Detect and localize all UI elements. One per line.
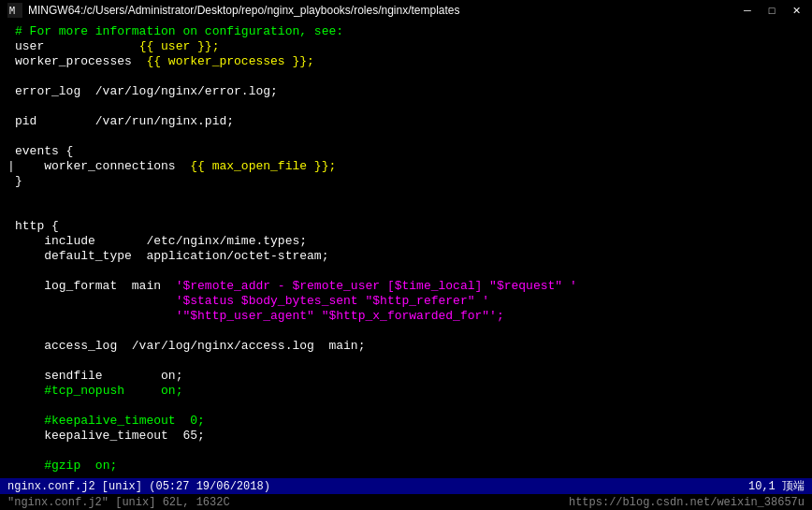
code-line: # For more information on configuration,… — [0, 24, 812, 39]
code-token: keepalive_timeout 65; — [15, 429, 205, 444]
line-gutter — [7, 234, 13, 249]
code-line — [0, 99, 812, 114]
code-line: access_log /var/log/nginx/access.log mai… — [0, 339, 812, 354]
code-line: events { — [0, 144, 812, 159]
code-token: {{ worker_processes }}; — [146, 54, 313, 69]
line-gutter — [7, 114, 13, 129]
line-gutter — [7, 429, 13, 444]
line-gutter — [7, 444, 13, 459]
code-line — [0, 474, 812, 478]
status-bar-2: "nginx.conf.j2" [unix] 62L, 1632C https:… — [0, 494, 812, 510]
code-token: {{ user }}; — [139, 39, 220, 54]
code-token: include /etc/nginx/mime.types; — [15, 234, 307, 249]
code-token: default_type application/octet-stream; — [15, 249, 328, 264]
code-token: events { — [15, 144, 73, 159]
code-line: log_format main '$remote_addr - $remote_… — [0, 279, 812, 294]
titlebar: M MINGW64:/c/Users/Administrator/Desktop… — [0, 0, 812, 21]
line-gutter — [7, 279, 13, 294]
code-token: log_format main — [15, 279, 176, 294]
code-line — [0, 204, 812, 219]
code-line: keepalive_timeout 65; — [0, 429, 812, 444]
code-line: worker_processes {{ worker_processes }}; — [0, 54, 812, 69]
code-token — [15, 384, 44, 399]
line-gutter — [7, 54, 13, 69]
cursor-position: 10,1 顶端 — [748, 478, 805, 494]
code-token: sendfile on; — [15, 369, 182, 384]
code-token: {{ max_open_file }}; — [190, 159, 336, 174]
source-url: https://blog.csdn.net/weixin_38657u — [569, 496, 805, 509]
maximize-button[interactable]: □ — [763, 3, 780, 18]
line-gutter: | — [7, 159, 13, 174]
code-token: } — [15, 174, 22, 189]
line-gutter — [7, 309, 13, 324]
line-gutter — [7, 384, 13, 399]
line-gutter — [7, 264, 13, 279]
close-button[interactable]: ✕ — [788, 3, 805, 18]
code-token — [15, 414, 44, 429]
line-gutter — [7, 99, 13, 114]
code-line — [0, 399, 812, 414]
code-token: error_log /var/log/nginx/error.log; — [15, 84, 278, 99]
code-token: '$remote_addr - $remote_user [$time_loca… — [176, 279, 577, 294]
code-line: #keepalive_timeout 0; — [0, 414, 812, 429]
file-detail: "nginx.conf.j2" [unix] 62L, 1632C — [7, 496, 230, 509]
code-line — [0, 69, 812, 84]
line-gutter — [7, 69, 13, 84]
line-gutter — [7, 324, 13, 339]
file-info: nginx.conf.j2 [unix] (05:27 19/06/2018) — [7, 480, 270, 493]
minimize-button[interactable]: ─ — [739, 3, 756, 18]
code-token: access_log /var/log/nginx/access.log mai… — [15, 339, 365, 354]
line-gutter — [7, 189, 13, 204]
code-line: sendfile on; — [0, 369, 812, 384]
code-line: default_type application/octet-stream; — [0, 249, 812, 264]
line-gutter — [7, 339, 13, 354]
line-gutter — [7, 129, 13, 144]
code-token: worker_connections — [15, 159, 190, 174]
code-line: | worker_connections {{ max_open_file }}… — [0, 159, 812, 174]
code-line — [0, 444, 812, 459]
code-line: '"$http_user_agent" "$http_x_forwarded_f… — [0, 309, 812, 324]
code-line — [0, 354, 812, 369]
window-title: MINGW64:/c/Users/Administrator/Desktop/r… — [28, 4, 739, 17]
line-gutter — [7, 369, 13, 384]
code-token: user — [15, 39, 139, 54]
line-gutter — [7, 204, 13, 219]
status-bar-1: nginx.conf.j2 [unix] (05:27 19/06/2018) … — [0, 478, 812, 494]
code-line: #tcp_nopush on; — [0, 384, 812, 399]
line-gutter — [7, 399, 13, 414]
code-token: http { — [15, 219, 59, 234]
code-editor: # For more information on configuration,… — [0, 21, 812, 478]
line-gutter — [7, 39, 13, 54]
code-token: #keepalive_timeout 0; — [44, 414, 205, 429]
code-line — [0, 189, 812, 204]
code-token — [15, 294, 176, 309]
line-gutter — [7, 249, 13, 264]
code-line — [0, 129, 812, 144]
code-token: #tcp_nopush on; — [44, 384, 182, 399]
code-line: pid /var/run/nginx.pid; — [0, 114, 812, 129]
code-token: '"$http_user_agent" "$http_x_forwarded_f… — [176, 309, 504, 324]
code-token — [15, 309, 176, 324]
code-line: http { — [0, 219, 812, 234]
code-token: # For more information on configuration,… — [15, 24, 343, 39]
svg-text:M: M — [9, 6, 15, 16]
app-icon: M — [7, 3, 22, 18]
line-gutter — [7, 24, 13, 39]
window-controls: ─ □ ✕ — [739, 3, 805, 18]
code-token: worker_processes — [15, 54, 146, 69]
code-token — [15, 459, 44, 474]
line-gutter — [7, 294, 13, 309]
line-gutter — [7, 414, 13, 429]
code-line: user {{ user }}; — [0, 39, 812, 54]
line-gutter — [7, 84, 13, 99]
line-gutter — [7, 219, 13, 234]
code-token: pid /var/run/nginx.pid; — [15, 114, 234, 129]
code-line: include /etc/nginx/mime.types; — [0, 234, 812, 249]
code-line — [0, 264, 812, 279]
line-gutter — [7, 354, 13, 369]
code-token: #gzip on; — [44, 459, 117, 474]
code-line: error_log /var/log/nginx/error.log; — [0, 84, 812, 99]
line-gutter — [7, 174, 13, 189]
code-token: '$status $body_bytes_sent "$http_referer… — [176, 294, 489, 309]
line-gutter — [7, 144, 13, 159]
